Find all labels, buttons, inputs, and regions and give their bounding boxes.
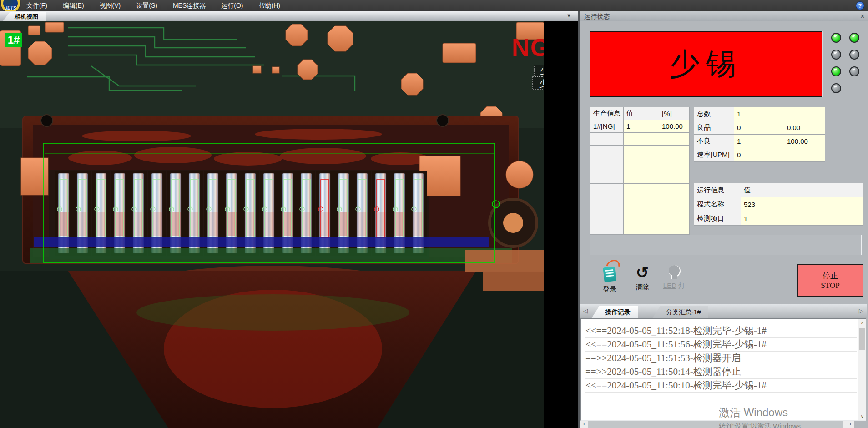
camera-image-area: 1# NG 少锡 少锡 [0,21,578,428]
clear-arrow-icon: ↺ [636,263,649,282]
led-grid [831,33,859,93]
table-row [590,222,690,235]
tab-scroll-right-icon[interactable]: ▷ [859,307,863,314]
app-logo-icon: JETS [1,0,20,13]
table-row: 程式名称 523 [694,197,863,211]
scroll-left-icon[interactable]: ‹ [580,421,588,428]
status-led-on [831,66,841,76]
stop-button[interactable]: 停止 STOP [797,264,863,297]
cell: 0 [734,148,784,162]
cell: 1 [741,211,863,226]
run-info-table: 运行信息 值 程式名称 523 检测项目 1 [694,183,863,226]
table-row [590,209,690,222]
table-row [590,146,690,158]
tab-camera-view[interactable]: 相机视图 [3,12,46,21]
menu-settings[interactable]: 设置(S) [136,2,157,10]
run-status-panel: 运行状态 × 少锡 生产信息 值 [%] 1#[NG] 1 100.00 [580,11,868,428]
scrollbar-thumb[interactable] [859,328,865,350]
cell: 1 [734,107,784,121]
status-led-on [831,33,841,43]
camera-tabstrip: 相机视图 ▼ [0,11,578,21]
defect-label-1: 少锡 [540,66,544,76]
chevron-down-icon[interactable]: ▼ [566,13,571,18]
table-header-row: 生产信息 值 [%] [590,107,690,120]
table-row: 不良 1 100.00 [694,135,825,148]
col-header: 值 [624,107,659,120]
menu-view[interactable]: 视图(V) [100,2,121,10]
table-row [590,171,690,184]
scroll-right-icon[interactable]: › [847,421,854,428]
cell: 100.00 [784,135,825,148]
menu-file[interactable]: 文件(F) [26,2,47,10]
statistics-table: 总数 1 良品 0 0.00 不良 1 100.00 速率[UPM] 0 [694,107,825,162]
status-led-off [849,66,859,76]
message-box [590,235,862,255]
table-row [590,196,690,209]
cell: 100.00 [659,120,690,133]
tab-scroll-left-icon[interactable]: ◁ [583,307,588,314]
stop-label-en: STOP [821,281,839,290]
cell: 总数 [694,107,734,121]
led-label: LED 灯 [663,282,685,290]
close-icon[interactable]: × [860,11,865,21]
defect-label-boxes: 少锡 少锡 [532,65,544,90]
table-row: 检测项目 1 [694,211,863,226]
menu-bar: JETS 文件(F) 编辑(E) 视图(V) 设置(S) MES连接器 运行(O… [0,0,868,11]
col-header: 运行信息 [694,183,741,197]
cell: 1 [734,135,784,148]
scroll-down-icon[interactable]: ∨ [858,413,866,420]
log-tabstrip: ◁ 操作记录 分类汇总-1# ▷ [580,304,867,318]
application-window: JETS 文件(F) 编辑(E) 视图(V) 设置(S) MES连接器 运行(O… [0,0,868,428]
id-badge-icon [603,267,616,282]
table-row: 1#[NG] 1 100.00 [590,120,690,133]
tab-class-summary[interactable]: 分类汇总-1# [652,306,708,318]
defect-banner: 少锡 [590,31,822,97]
cell: 1#[NG] [590,120,624,133]
table-header-row: 运行信息 值 [694,183,863,197]
bulb-icon [669,265,680,276]
vertical-scrollbar[interactable]: ∧ ∨ [858,319,866,420]
cell: 检测项目 [694,211,741,226]
table-row: 速率[UPM] 0 [694,148,825,162]
result-ng-label: NG [512,34,544,61]
scrollbar-thumb[interactable] [588,421,843,428]
table-row: 总数 1 [694,107,825,121]
cell: 1 [624,120,659,133]
pcb-inspection-image: 1# NG 少锡 少锡 [0,21,544,428]
cell: 不良 [694,135,734,148]
col-header: [%] [659,107,690,120]
cell: 523 [741,197,863,211]
tab-operation-log[interactable]: 操作记录 [591,306,638,318]
table-row [590,133,690,146]
led-light-button[interactable]: LED 灯 [660,262,689,301]
stop-label-cn: 停止 [823,271,838,281]
status-led-off [831,50,841,60]
clear-button[interactable]: ↺ 清除 [628,262,657,301]
operation-log-panel: <<==2024-05-05_11:52:18-检测完毕-少锡-1# <<==2… [580,318,866,421]
menu-mes-connector[interactable]: MES连接器 [173,2,206,10]
menu-help[interactable]: 帮助(H) [258,2,280,10]
login-button[interactable]: 登录 [595,262,624,301]
col-header: 生产信息 [590,107,624,120]
menu-run[interactable]: 运行(O) [221,2,243,10]
log-entry: ==>>2024-05-05_11:51:53-检测器开启 [585,352,857,365]
scroll-up-icon[interactable]: ∧ [858,319,866,327]
log-entry: <<==2024-05-05_11:52:18-检测完毕-少锡-1# [585,324,857,338]
cell: 速率[UPM] [694,148,734,162]
col-header: 值 [741,183,863,197]
cell: 0.00 [784,121,825,135]
help-icon[interactable]: ? [856,1,864,10]
status-led-off [849,50,859,60]
panel-title: 运行状态 [580,11,868,21]
camera-number-badge: 1# [5,33,22,47]
table-row [590,158,690,171]
defect-label-2: 少锡 [539,79,544,88]
menu-edit[interactable]: 编辑(E) [63,2,84,10]
login-label: 登录 [603,285,616,294]
status-led-off [831,83,841,93]
cell [784,107,825,121]
clear-label: 清除 [636,283,649,292]
horizontal-scrollbar[interactable]: ‹ › [580,421,854,428]
cell: 良品 [694,121,734,135]
table-row: 良品 0 0.00 [694,121,825,135]
